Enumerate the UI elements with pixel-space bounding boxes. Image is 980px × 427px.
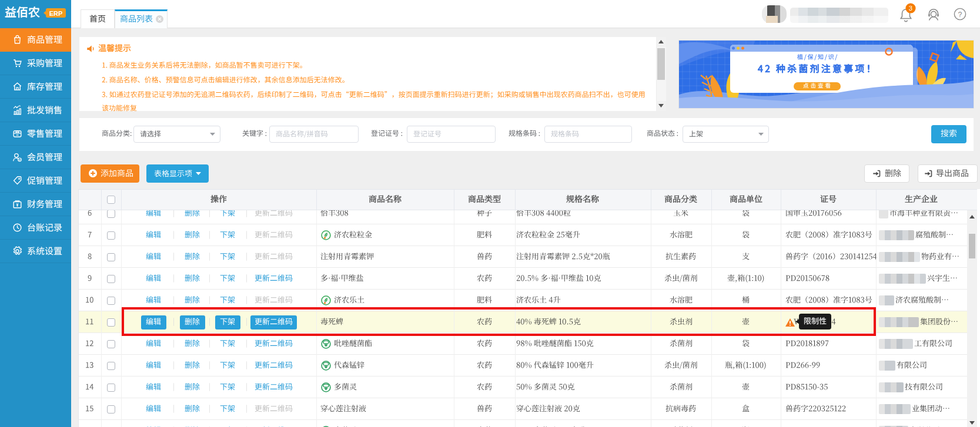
svg-text:3: 3: [909, 5, 912, 12]
svg-text:?: ?: [958, 11, 962, 19]
svg-text:ERP: ERP: [49, 10, 63, 17]
